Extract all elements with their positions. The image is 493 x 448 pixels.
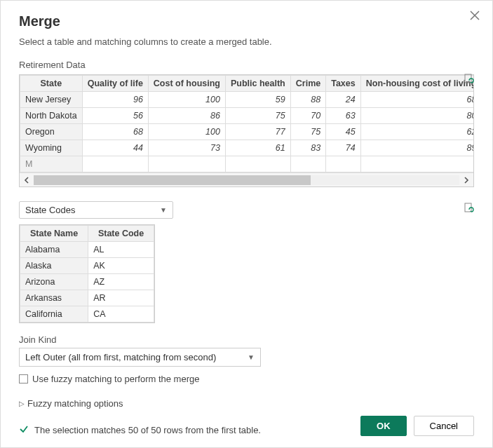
row-header-cell[interactable]: Alabama xyxy=(20,242,88,258)
row-header-cell[interactable]: New Jersey xyxy=(20,92,83,108)
data-cell[interactable]: 77 xyxy=(225,124,290,140)
data-cell[interactable]: 62 xyxy=(360,124,474,140)
dialog-title: Merge xyxy=(19,13,474,29)
row-header-cell[interactable]: Arkansas xyxy=(20,290,88,306)
table2-select-dropdown[interactable]: State Codes ▼ xyxy=(19,201,173,219)
data-cell[interactable]: 75 xyxy=(290,124,325,140)
check-icon xyxy=(19,424,29,436)
row-header-cell[interactable]: California xyxy=(20,306,88,323)
data-cell[interactable]: 61 xyxy=(225,140,290,156)
table2-header-row: State NameState Code xyxy=(20,226,154,242)
refresh-table1-icon[interactable] xyxy=(463,74,474,87)
data-cell[interactable]: 24 xyxy=(326,92,361,108)
row-header-cell[interactable]: Oregon xyxy=(20,124,83,140)
table1-col-header[interactable]: Taxes xyxy=(326,76,361,92)
data-cell[interactable]: 83 xyxy=(290,140,325,156)
table2-col-header[interactable]: State Code xyxy=(88,226,154,242)
data-cell[interactable]: 68 xyxy=(360,92,474,108)
data-cell[interactable]: 59 xyxy=(225,92,290,108)
data-cell[interactable]: AK xyxy=(88,258,154,274)
data-cell[interactable]: 88 xyxy=(290,92,325,108)
scroll-track[interactable] xyxy=(34,175,459,185)
match-status-text: The selection matches 50 of 50 rows from… xyxy=(34,425,261,435)
data-cell xyxy=(290,156,325,172)
data-cell[interactable]: AZ xyxy=(88,274,154,290)
data-cell xyxy=(82,156,148,172)
table-row[interactable]: CaliforniaCA xyxy=(20,306,154,323)
data-cell[interactable]: 44 xyxy=(82,140,148,156)
join-kind-select[interactable]: Left Outer (all from first, matching fro… xyxy=(19,348,261,367)
fuzzy-matching-checkbox[interactable] xyxy=(19,374,28,383)
table1-col-header[interactable]: Non-housing cost of living xyxy=(360,76,474,92)
table1-col-header[interactable]: Cost of housing xyxy=(148,76,225,92)
data-cell[interactable]: 75 xyxy=(225,108,290,124)
table2-select-value: State Codes xyxy=(25,205,76,215)
scroll-right-icon[interactable] xyxy=(459,173,473,187)
table-row[interactable]: ArkansasAR xyxy=(20,290,154,306)
table1-hscrollbar[interactable] xyxy=(20,172,473,186)
row-header-cell[interactable]: Alaska xyxy=(20,258,88,274)
table1-header-row: StateQuality of lifeCost of housingPubli… xyxy=(20,76,475,92)
data-cell[interactable]: 89 xyxy=(360,140,474,156)
data-cell[interactable]: 63 xyxy=(326,108,361,124)
scroll-thumb[interactable] xyxy=(34,175,311,185)
table1: StateQuality of lifeCost of housingPubli… xyxy=(19,74,474,187)
dialog-subtitle: Select a table and matching columns to c… xyxy=(19,36,474,47)
table-row[interactable]: Oregon6810077754562 xyxy=(20,124,475,140)
table-row[interactable]: AlaskaAK xyxy=(20,258,154,274)
chevron-down-icon: ▼ xyxy=(160,206,167,214)
fuzzy-matching-label: Use fuzzy matching to perform the merge xyxy=(32,374,199,384)
table1-label: Retirement Data xyxy=(19,60,474,70)
row-header-cell[interactable]: Wyoming xyxy=(20,140,83,156)
row-header-cell[interactable]: North Dakota xyxy=(20,108,83,124)
table1-col-header[interactable]: Quality of life xyxy=(82,76,148,92)
data-cell: M xyxy=(20,156,83,172)
close-icon[interactable] xyxy=(470,11,480,22)
table-row: M xyxy=(20,156,475,172)
join-kind-label: Join Kind xyxy=(19,334,474,345)
table1-col-header[interactable]: State xyxy=(20,76,83,92)
table-row[interactable]: AlabamaAL xyxy=(20,242,154,258)
data-cell xyxy=(360,156,474,172)
data-cell[interactable]: 68 xyxy=(82,124,148,140)
data-cell xyxy=(225,156,290,172)
data-cell[interactable]: 56 xyxy=(82,108,148,124)
fuzzy-options-label: Fuzzy matching options xyxy=(27,398,123,409)
row-header-cell[interactable]: Arizona xyxy=(20,274,88,290)
scroll-left-icon[interactable] xyxy=(20,173,34,187)
data-cell[interactable]: AR xyxy=(88,290,154,306)
table-row[interactable]: ArizonaAZ xyxy=(20,274,154,290)
table2: State NameState Code AlabamaALAlaskaAKAr… xyxy=(19,224,155,323)
data-cell[interactable]: 86 xyxy=(148,108,225,124)
data-cell[interactable]: 45 xyxy=(326,124,361,140)
data-cell[interactable]: CA xyxy=(88,306,154,323)
table-row[interactable]: New Jersey9610059882468 xyxy=(20,92,475,108)
table-row[interactable]: Wyoming447361837489 xyxy=(20,140,475,156)
data-cell[interactable]: 100 xyxy=(148,92,225,108)
data-cell[interactable]: 96 xyxy=(82,92,148,108)
ok-button[interactable]: OK xyxy=(360,416,407,436)
table-row[interactable]: North Dakota568675706380 xyxy=(20,108,475,124)
join-kind-value: Left Outer (all from first, matching fro… xyxy=(25,352,216,362)
cancel-button[interactable]: Cancel xyxy=(414,416,474,436)
chevron-right-icon: ▷ xyxy=(19,400,25,407)
data-cell[interactable]: AL xyxy=(88,242,154,258)
table2-col-header[interactable]: State Name xyxy=(20,226,88,242)
data-cell xyxy=(326,156,361,172)
data-cell[interactable]: 73 xyxy=(148,140,225,156)
data-cell[interactable]: 74 xyxy=(326,140,361,156)
fuzzy-options-expander[interactable]: ▷ Fuzzy matching options xyxy=(19,398,474,409)
table1-col-header[interactable]: Public health xyxy=(225,76,290,92)
table1-col-header[interactable]: Crime xyxy=(290,76,325,92)
chevron-down-icon: ▼ xyxy=(248,353,255,361)
data-cell[interactable]: 100 xyxy=(148,124,225,140)
data-cell xyxy=(148,156,225,172)
refresh-table2-icon[interactable] xyxy=(463,203,474,216)
data-cell[interactable]: 80 xyxy=(360,108,474,124)
data-cell[interactable]: 70 xyxy=(290,108,325,124)
